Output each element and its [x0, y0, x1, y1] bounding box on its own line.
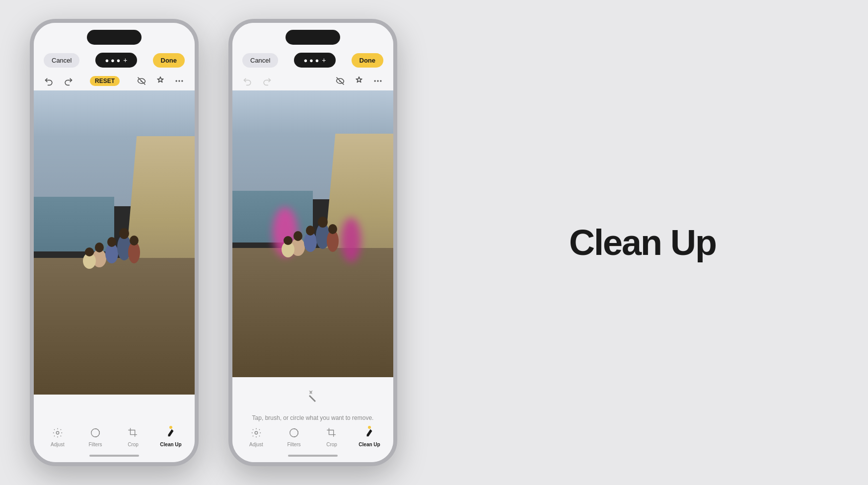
autoadjust-icon-left[interactable]	[154, 75, 167, 87]
clean-up-heading: Clean Up	[569, 222, 716, 263]
tab-label-cleanup-right: Clean Up	[359, 442, 380, 447]
tab-label-crop-left: Crop	[128, 442, 139, 447]
svg-point-1	[178, 80, 180, 81]
bottom-tabs-left: Adjust Filters	[34, 424, 195, 451]
done-button-left[interactable]: Done	[153, 53, 185, 68]
filters-icon-right	[289, 427, 299, 441]
home-bar-left	[89, 455, 139, 457]
svg-point-27	[284, 236, 292, 245]
cleanup-hand-icon	[232, 382, 393, 409]
reset-badge-left[interactable]: RESET	[90, 76, 120, 86]
beach-photo-left	[34, 90, 195, 395]
yellow-dot-left	[169, 426, 172, 429]
plus-icon-right: +	[322, 56, 326, 64]
cleanup-hint: Tap, brush, or circle what you want to r…	[232, 409, 393, 424]
crop-icon-left	[128, 427, 139, 441]
plus-icon-left: +	[123, 56, 127, 64]
toolbar2-left-group	[43, 75, 74, 87]
bottom-area-right: Tap, brush, or circle what you want to r…	[232, 377, 393, 462]
svg-point-6	[107, 237, 116, 247]
iphone-right: Cancel ● ● ● + Done	[228, 19, 397, 466]
scene: Cancel ● ● ● + Done	[0, 0, 868, 485]
svg-point-23	[318, 217, 328, 228]
adjust-icon-left	[52, 427, 63, 441]
bottom-area-left: Adjust Filters	[34, 395, 195, 462]
dynamic-island-right	[286, 30, 340, 45]
redo-icon-right[interactable]	[260, 75, 273, 87]
people-svg-left	[74, 189, 154, 288]
middle-button-left-label: ● ● ●	[105, 57, 121, 64]
toolbar2-left: RESET	[34, 73, 195, 90]
dynamic-island-left	[87, 30, 142, 45]
iphone-left: Cancel ● ● ● + Done	[30, 19, 199, 466]
home-indicator-left	[34, 451, 195, 460]
crop-icon-right	[326, 427, 337, 441]
cleanup-icon-left	[165, 427, 176, 441]
bottom-tabs-right: Adjust Filters	[232, 424, 393, 451]
tab-label-crop-right: Crop	[326, 442, 337, 447]
toolbar2-right-left-group	[241, 75, 273, 87]
cleanup-icon-right	[364, 427, 375, 441]
home-bar-right	[288, 455, 338, 457]
middle-button-left[interactable]: ● ● ● +	[95, 53, 138, 68]
clean-up-heading-container: Clean Up	[427, 222, 838, 263]
undo-icon-left[interactable]	[43, 75, 56, 87]
undo-icon-right[interactable]	[241, 75, 254, 87]
svg-point-19	[293, 231, 302, 241]
more-icon-right[interactable]	[371, 75, 384, 87]
middle-button-right-label: ● ● ●	[304, 57, 319, 64]
tab-adjust-right[interactable]: Adjust	[241, 427, 271, 447]
tab-crop-right[interactable]: Crop	[317, 427, 347, 447]
svg-point-25	[328, 224, 337, 234]
tab-crop-left[interactable]: Crop	[118, 427, 148, 447]
tab-cleanup-left[interactable]: Clean Up	[156, 427, 186, 447]
tab-label-adjust-right: Adjust	[249, 442, 263, 447]
toolbar2-right	[232, 73, 393, 90]
more-icon-left[interactable]	[173, 75, 186, 87]
beach-photo-right	[232, 90, 393, 377]
tab-label-adjust-left: Adjust	[51, 442, 65, 447]
tab-label-filters-left: Filters	[88, 442, 102, 447]
done-button-right[interactable]: Done	[352, 53, 384, 68]
cancel-button-left[interactable]: Cancel	[44, 53, 79, 68]
visibility-icon-right[interactable]	[334, 75, 347, 87]
tab-filters-left[interactable]: Filters	[80, 427, 110, 447]
tab-adjust-left[interactable]: Adjust	[43, 427, 72, 447]
people-svg-right	[273, 177, 353, 277]
toolbar2-right-right-group	[334, 75, 384, 87]
svg-point-2	[181, 80, 183, 81]
tab-label-filters-right: Filters	[287, 442, 300, 447]
empty-panel-left	[34, 400, 195, 424]
cancel-button-right[interactable]: Cancel	[242, 53, 278, 68]
autoadjust-icon-right[interactable]	[353, 75, 365, 87]
svg-point-10	[130, 236, 139, 245]
svg-point-4	[95, 242, 104, 252]
redo-icon-left[interactable]	[62, 75, 74, 87]
svg-point-8	[119, 228, 129, 239]
svg-point-16	[377, 80, 378, 81]
svg-point-12	[85, 247, 94, 256]
visibility-icon-left[interactable]	[135, 75, 148, 87]
svg-point-21	[306, 226, 315, 236]
tab-filters-right[interactable]: Filters	[279, 427, 309, 447]
svg-point-13	[56, 431, 59, 434]
svg-point-15	[374, 80, 376, 81]
filters-icon-left	[90, 427, 101, 441]
yellow-dot-right	[368, 426, 371, 429]
adjust-icon-right	[251, 427, 262, 441]
tab-cleanup-right[interactable]: Clean Up	[355, 427, 384, 447]
svg-point-17	[380, 80, 381, 81]
tab-label-cleanup-left: Clean Up	[160, 442, 181, 447]
photo-area-right	[232, 90, 393, 377]
home-indicator-right	[232, 451, 393, 460]
middle-button-right[interactable]: ● ● ● +	[294, 53, 336, 68]
svg-point-28	[255, 431, 258, 434]
toolbar2-right-group	[135, 75, 186, 87]
svg-point-0	[175, 80, 177, 81]
photo-area-left	[34, 90, 195, 395]
